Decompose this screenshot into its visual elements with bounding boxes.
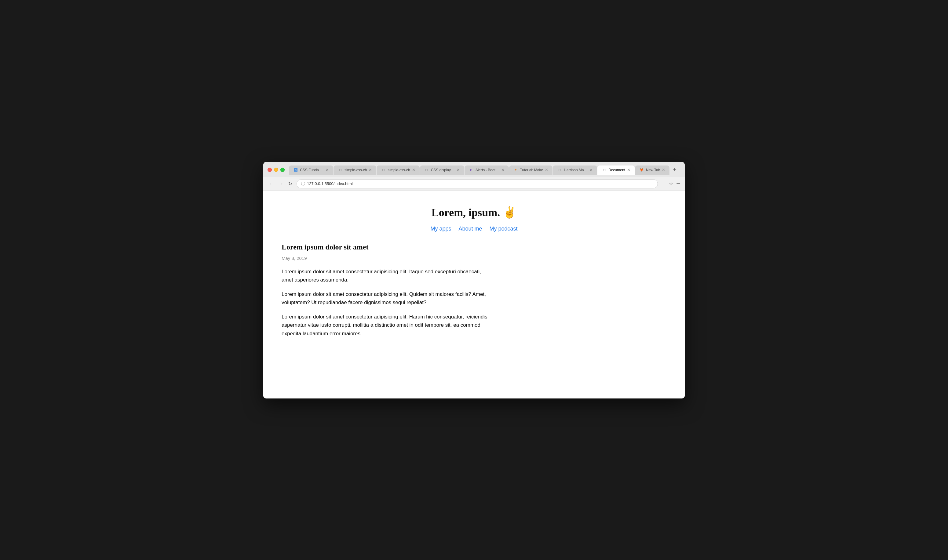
close-button[interactable] [268, 168, 272, 172]
address-bar-right: … ☆ ☰ [661, 181, 680, 186]
browser-window: 🅰CSS Fundamen✕◻simple-css-ch✕◻simple-css… [263, 162, 685, 398]
tab-label: Alerts · Bootstr [476, 168, 499, 172]
tabs-bar: 🅰CSS Fundamen✕◻simple-css-ch✕◻simple-css… [289, 165, 679, 175]
browser-tab-tab9[interactable]: 🦊New Tab✕ [635, 166, 669, 175]
article-paragraph-3: Lorem ipsum dolor sit amet consectetur a… [282, 313, 489, 338]
minimize-button[interactable] [274, 168, 278, 172]
browser-tab-tab5[interactable]: BAlerts · Bootstr✕ [465, 166, 509, 175]
forward-button[interactable]: → [277, 180, 285, 187]
browser-tab-tab7[interactable]: ◻Harrison Malone✕ [553, 166, 597, 175]
article-body: Lorem ipsum dolor sit amet consectetur a… [282, 268, 666, 338]
browser-tab-tab8[interactable]: ◻Document✕ [597, 166, 635, 175]
article-paragraph-2: Lorem ipsum dolor sit amet consectetur a… [282, 290, 489, 306]
tab-close-icon[interactable]: ✕ [545, 168, 548, 172]
nav-link-my-podcast[interactable]: My podcast [489, 226, 518, 232]
tab-label: simple-css-ch [345, 168, 367, 172]
tab-close-icon[interactable]: ✕ [589, 168, 593, 172]
nav-link-about-me[interactable]: About me [459, 226, 482, 232]
tab-close-icon[interactable]: ✕ [457, 168, 460, 172]
bookmark-button[interactable]: ☆ [669, 181, 673, 186]
article: Lorem ipsum dolor sit amet May 8, 2019 L… [282, 243, 666, 338]
browser-tab-tab3[interactable]: ◻simple-css-ch✕ [377, 166, 419, 175]
tab-label: CSS Fundamen [300, 168, 324, 172]
tab-label: Document [608, 168, 625, 172]
nav-link-my-apps[interactable]: My apps [430, 226, 451, 232]
tab-close-icon[interactable]: ✕ [627, 168, 630, 172]
new-tab-button[interactable]: + [670, 165, 679, 175]
url-text: 127.0.0.1:5500/index.html [307, 182, 353, 186]
article-date: May 8, 2019 [282, 255, 666, 261]
refresh-button[interactable]: ↻ [287, 180, 294, 187]
browser-tab-tab4[interactable]: ◻CSS display: in✕ [420, 166, 464, 175]
tab-label: Harrison Malone [564, 168, 588, 172]
tab-favicon: 🦊 [639, 168, 644, 172]
page-title: Lorem, ipsum. ✌ [282, 206, 666, 219]
back-button[interactable]: ← [268, 180, 275, 187]
tab-favicon: ◻ [338, 168, 343, 172]
tab-favicon: B [469, 168, 474, 172]
tab-favicon: 🅰 [293, 168, 298, 172]
tab-close-icon[interactable]: ✕ [369, 168, 372, 172]
page-content: Lorem, ipsum. ✌ My appsAbout meMy podcas… [263, 191, 685, 398]
tab-label: CSS display: in [431, 168, 455, 172]
tab-close-icon[interactable]: ✕ [662, 168, 665, 172]
title-bar: 🅰CSS Fundamen✕◻simple-css-ch✕◻simple-css… [263, 162, 685, 177]
tab-favicon: ◻ [557, 168, 562, 172]
article-title: Lorem ipsum dolor sit amet [282, 243, 666, 251]
title-bar-top: 🅰CSS Fundamen✕◻simple-css-ch✕◻simple-css… [268, 165, 680, 175]
tab-close-icon[interactable]: ✕ [501, 168, 505, 172]
browser-tab-tab6[interactable]: ✦Tutorial: Make✕ [509, 166, 553, 175]
tab-favicon: ✦ [513, 168, 518, 172]
traffic-lights [268, 168, 285, 172]
tab-close-icon[interactable]: ✕ [326, 168, 329, 172]
tab-favicon: ◻ [424, 168, 429, 172]
tab-favicon: ◻ [381, 168, 386, 172]
browser-tab-tab2[interactable]: ◻simple-css-ch✕ [334, 166, 376, 175]
tab-favicon: ◻ [602, 168, 606, 172]
info-icon: ⓘ [301, 181, 305, 186]
nav-buttons: ← → ↻ [268, 180, 294, 187]
browser-tab-tab1[interactable]: 🅰CSS Fundamen✕ [289, 166, 333, 175]
maximize-button[interactable] [280, 168, 285, 172]
tab-label: simple-css-ch [388, 168, 410, 172]
page-nav: My appsAbout meMy podcast [282, 226, 666, 232]
address-bar: ← → ↻ ⓘ 127.0.0.1:5500/index.html … ☆ ☰ [263, 177, 685, 191]
tab-close-icon[interactable]: ✕ [412, 168, 416, 172]
url-field[interactable]: ⓘ 127.0.0.1:5500/index.html [297, 179, 658, 188]
settings-button[interactable]: ☰ [676, 181, 680, 186]
menu-button[interactable]: … [661, 181, 666, 186]
article-paragraph-1: Lorem ipsum dolor sit amet consectetur a… [282, 268, 489, 284]
tab-label: Tutorial: Make [520, 168, 543, 172]
tab-label: New Tab [646, 168, 660, 172]
